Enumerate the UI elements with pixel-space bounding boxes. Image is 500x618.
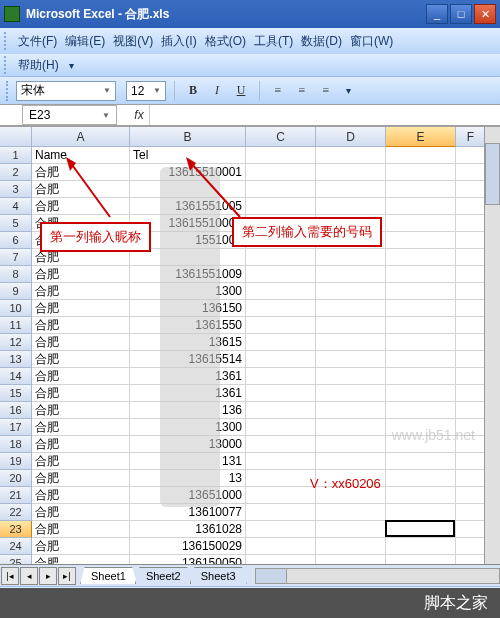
- row-header[interactable]: 9: [0, 283, 32, 300]
- cell[interactable]: [316, 402, 386, 419]
- column-header[interactable]: F: [456, 127, 486, 147]
- cell[interactable]: [246, 147, 316, 164]
- cell[interactable]: 合肥: [32, 317, 130, 334]
- cell[interactable]: [386, 385, 456, 402]
- cell[interactable]: [316, 300, 386, 317]
- cell[interactable]: [316, 555, 386, 564]
- cell[interactable]: [386, 215, 456, 232]
- cell[interactable]: [386, 504, 456, 521]
- column-header[interactable]: E: [386, 127, 456, 147]
- menu-overflow[interactable]: ▾: [69, 60, 74, 71]
- toolbar-overflow[interactable]: ▾: [346, 85, 351, 96]
- cell[interactable]: 1361028: [130, 521, 246, 538]
- row-header[interactable]: 7: [0, 249, 32, 266]
- select-all-button[interactable]: [0, 127, 32, 147]
- row-header[interactable]: 3: [0, 181, 32, 198]
- fx-button[interactable]: fx: [129, 108, 149, 122]
- cell[interactable]: 合肥: [32, 368, 130, 385]
- cell[interactable]: [456, 232, 486, 249]
- italic-button[interactable]: I: [207, 81, 227, 101]
- cell[interactable]: [386, 487, 456, 504]
- cell[interactable]: [316, 351, 386, 368]
- cell[interactable]: [316, 317, 386, 334]
- cell[interactable]: [386, 317, 456, 334]
- cell[interactable]: [316, 385, 386, 402]
- cell[interactable]: 合肥: [32, 555, 130, 564]
- cell[interactable]: [456, 334, 486, 351]
- horizontal-scrollbar[interactable]: [255, 568, 500, 584]
- column-header[interactable]: A: [32, 127, 130, 147]
- cell[interactable]: [316, 334, 386, 351]
- cell[interactable]: [316, 147, 386, 164]
- minimize-button[interactable]: _: [426, 4, 448, 24]
- cell[interactable]: 136150029: [130, 538, 246, 555]
- cell[interactable]: 合肥: [32, 385, 130, 402]
- cell[interactable]: [246, 300, 316, 317]
- cell[interactable]: [316, 164, 386, 181]
- cell[interactable]: 合肥: [32, 283, 130, 300]
- cell[interactable]: [386, 147, 456, 164]
- cell[interactable]: [386, 164, 456, 181]
- cell[interactable]: [386, 538, 456, 555]
- cell[interactable]: [246, 504, 316, 521]
- row-header[interactable]: 19: [0, 453, 32, 470]
- cell[interactable]: [386, 266, 456, 283]
- close-button[interactable]: ✕: [474, 4, 496, 24]
- cell[interactable]: [456, 385, 486, 402]
- row-header[interactable]: 21: [0, 487, 32, 504]
- cell[interactable]: [386, 198, 456, 215]
- cell[interactable]: [456, 266, 486, 283]
- align-left-button[interactable]: ≡: [268, 81, 288, 101]
- menu-format[interactable]: 格式(O): [201, 30, 250, 53]
- cell[interactable]: [316, 453, 386, 470]
- toolbar-handle[interactable]: [6, 81, 10, 101]
- cell[interactable]: 合肥: [32, 181, 130, 198]
- cell[interactable]: [246, 368, 316, 385]
- cell[interactable]: 合肥: [32, 334, 130, 351]
- cell[interactable]: [456, 300, 486, 317]
- menu-insert[interactable]: 插入(I): [157, 30, 200, 53]
- cell[interactable]: Name: [32, 147, 130, 164]
- menu-view[interactable]: 视图(V): [109, 30, 157, 53]
- row-header[interactable]: 18: [0, 436, 32, 453]
- row-header[interactable]: 20: [0, 470, 32, 487]
- cell[interactable]: [386, 232, 456, 249]
- cell[interactable]: [246, 453, 316, 470]
- cell[interactable]: [246, 521, 316, 538]
- cell[interactable]: [316, 266, 386, 283]
- cell[interactable]: [456, 453, 486, 470]
- cell[interactable]: 136150050: [130, 555, 246, 564]
- cell[interactable]: [456, 283, 486, 300]
- cell[interactable]: [316, 181, 386, 198]
- sheet-tab[interactable]: Sheet3: [190, 567, 247, 584]
- cell[interactable]: [386, 334, 456, 351]
- cell[interactable]: [456, 317, 486, 334]
- cell[interactable]: 合肥: [32, 521, 130, 538]
- cell[interactable]: [386, 368, 456, 385]
- cell[interactable]: 合肥: [32, 266, 130, 283]
- cell[interactable]: [246, 198, 316, 215]
- vertical-scrollbar[interactable]: [484, 127, 500, 564]
- align-center-button[interactable]: ≡: [292, 81, 312, 101]
- cell[interactable]: 合肥: [32, 436, 130, 453]
- cell[interactable]: [246, 283, 316, 300]
- row-header[interactable]: 24: [0, 538, 32, 555]
- cell[interactable]: 合肥: [32, 538, 130, 555]
- cell[interactable]: [246, 470, 316, 487]
- cell[interactable]: 合肥: [32, 402, 130, 419]
- tab-nav-next[interactable]: ▸: [39, 567, 57, 585]
- cell[interactable]: [456, 368, 486, 385]
- cell[interactable]: [386, 351, 456, 368]
- column-header[interactable]: B: [130, 127, 246, 147]
- cell[interactable]: [246, 419, 316, 436]
- font-name-select[interactable]: 宋体 ▼: [16, 81, 116, 101]
- cell[interactable]: [246, 249, 316, 266]
- cell[interactable]: [246, 164, 316, 181]
- font-size-select[interactable]: 12 ▼: [126, 81, 166, 101]
- row-header[interactable]: 2: [0, 164, 32, 181]
- row-header[interactable]: 14: [0, 368, 32, 385]
- cell[interactable]: [316, 504, 386, 521]
- cell[interactable]: [246, 538, 316, 555]
- row-header[interactable]: 13: [0, 351, 32, 368]
- cell[interactable]: [246, 351, 316, 368]
